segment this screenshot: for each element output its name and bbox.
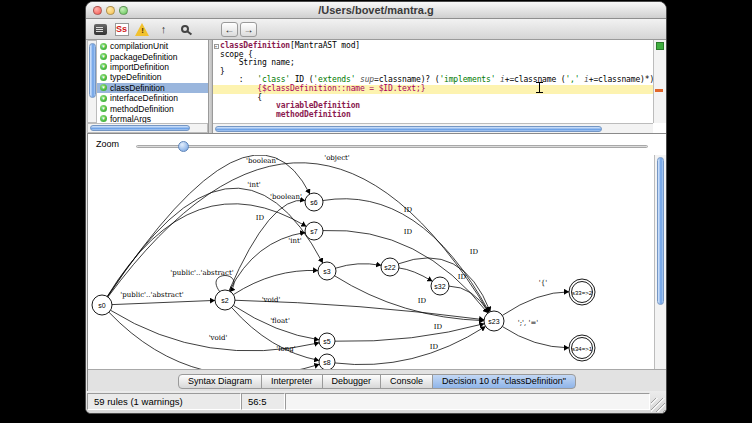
edge-label: 'public'..'abstract': [170, 269, 233, 277]
diagram-state-s0[interactable]: s0: [92, 295, 112, 315]
export-button[interactable]: ↑: [155, 21, 172, 38]
rule-name: formalArgs: [110, 114, 151, 123]
dfa-diagram[interactable]: 'public'..'abstract''public'..'abstract'…: [90, 155, 654, 369]
zoom-button[interactable]: [119, 6, 128, 15]
syntax-coloring-button[interactable]: Ss: [113, 21, 130, 38]
code-area[interactable]: +classDefinition[MantraAST mod]scope { S…: [213, 40, 653, 123]
code-line[interactable]: + {$classDefinition::name = $ID.text;}: [213, 85, 653, 94]
diagram-edge: [229, 200, 305, 291]
tab-debugger[interactable]: Debugger: [322, 374, 382, 389]
scrollbar-thumb[interactable]: [90, 125, 190, 131]
editor-scrollbar-horizontal[interactable]: [213, 123, 653, 133]
status-scrollbar-track[interactable]: [285, 393, 650, 410]
warnings-button[interactable]: !: [134, 21, 151, 38]
code-line[interactable]: String name;: [220, 59, 653, 68]
rules-count: 59 rules (1 warnings): [87, 393, 241, 410]
scrollbar-thumb[interactable]: [215, 126, 602, 132]
diagram-state-s34[interactable]: s34=>1: [569, 335, 595, 361]
editor-scrollbar-vertical[interactable]: [653, 40, 666, 123]
sidebar-item-typeDefinition[interactable]: typeDefinition: [97, 72, 208, 82]
diagram-state-s5[interactable]: s5: [319, 333, 335, 349]
syntax-ss-icon: Ss: [115, 23, 129, 36]
state-label: s5: [323, 338, 331, 345]
nav-buttons: ← →: [221, 22, 257, 37]
code-line[interactable]: +classDefinition[MantraAST mod]: [220, 42, 653, 51]
zoom-slider-thumb[interactable]: [178, 141, 189, 152]
diagram-edge: [323, 199, 489, 312]
find-button[interactable]: [176, 21, 193, 38]
edge-label: ID: [404, 206, 413, 214]
rules-scrollbar-vertical[interactable]: [87, 40, 97, 123]
diagram-edge: [216, 276, 234, 293]
sidebar-item-formalArgs[interactable]: formalArgs: [97, 114, 208, 123]
warning-icon: !: [135, 23, 150, 36]
state-label: s6: [310, 199, 318, 206]
diagram-state-s32[interactable]: s32: [431, 277, 449, 295]
mouse-cursor-ibeam: [536, 82, 543, 93]
back-button[interactable]: ←: [221, 22, 238, 37]
decision-panel: Zoom 'public'..'abstract''public'..'abst…: [87, 133, 667, 393]
diagram-state-s33[interactable]: s33=>2: [569, 279, 595, 305]
rule-icon: [100, 84, 107, 91]
state-label: s32: [434, 283, 445, 290]
scrollbar-thumb[interactable]: [657, 157, 664, 305]
diagram-state-s22[interactable]: s22: [381, 258, 399, 276]
diagram-edge: [449, 286, 489, 312]
diagram-state-s23[interactable]: s23: [484, 311, 504, 331]
rule-name: classDefinition: [110, 83, 165, 93]
close-button[interactable]: [93, 6, 102, 15]
diagram-edge: [399, 268, 432, 281]
rules-scrollbar-horizontal[interactable]: [87, 123, 208, 133]
tab-decision-10-of-classdefinition[interactable]: Decision 10 of "classDefinition": [432, 374, 576, 389]
forward-button[interactable]: →: [240, 22, 257, 37]
diagram-edge: [107, 204, 306, 297]
antlrworks-window: /Users/bovet/mantra.g Ss ! ↑ ← →: [85, 1, 667, 414]
grammar-editor[interactable]: +classDefinition[MantraAST mod]scope { S…: [213, 40, 666, 133]
diagram-state-s7[interactable]: s7: [305, 222, 323, 240]
scrollbar-thumb[interactable]: [89, 43, 96, 98]
rules-tree: compilationUnitpackageDefinitionimportDe…: [97, 40, 208, 123]
sidebar-item-methodDefinition[interactable]: methodDefinition: [97, 103, 208, 113]
tab-console[interactable]: Console: [380, 374, 433, 389]
diagram-state-s3[interactable]: s3: [318, 262, 336, 280]
edge-label: ID: [434, 323, 443, 331]
tab-syntax-diagram[interactable]: Syntax Diagram: [178, 374, 262, 389]
diagram-state-s2[interactable]: s2: [215, 290, 235, 310]
edge-label: ID: [458, 273, 467, 281]
rule-name: compilationUnit: [110, 41, 168, 51]
edge-label: '{': [539, 279, 547, 287]
edge-label: 'int': [247, 181, 260, 189]
diagram-edge: [323, 230, 488, 313]
code-line[interactable]: methodDefinition: [220, 111, 653, 120]
sidebar-item-packageDefinition[interactable]: packageDefinition: [97, 51, 208, 61]
state-label: s7: [310, 228, 318, 235]
sidebar-item-classDefinition[interactable]: classDefinition: [97, 83, 208, 93]
tab-interpreter[interactable]: Interpreter: [261, 374, 323, 389]
rule-name: methodDefinition: [110, 104, 174, 114]
sidebar-item-importDefinition[interactable]: importDefinition: [97, 62, 208, 72]
state-label: s34=>1: [572, 346, 593, 352]
state-label: s33=>2: [572, 290, 593, 296]
rule-icon: [100, 53, 107, 60]
main-split: compilationUnitpackageDefinitionimportDe…: [86, 40, 666, 133]
toolbar: Ss ! ↑ ← →: [86, 19, 666, 40]
edge-label: 'int': [288, 237, 301, 245]
diagram-edge: [335, 324, 484, 342]
state-label: s0: [98, 302, 106, 309]
diagram-state-s6[interactable]: s6: [305, 193, 323, 211]
console-button[interactable]: [92, 21, 109, 38]
diagram-scrollbar-vertical[interactable]: [654, 155, 666, 369]
sidebar-item-interfaceDefinition[interactable]: interfaceDefinition: [97, 93, 208, 103]
sidebar-item-compilationUnit[interactable]: compilationUnit: [97, 41, 208, 51]
diagram-edge: [502, 327, 569, 348]
grammar-ok-indicator: [656, 42, 664, 50]
resize-grip[interactable]: [651, 398, 665, 412]
state-label: s8: [323, 359, 331, 366]
zoom-slider[interactable]: [136, 145, 648, 148]
minimize-button[interactable]: [106, 6, 115, 15]
fold-marker-icon[interactable]: +: [214, 44, 219, 49]
warning-marker-icon: [655, 89, 663, 92]
edge-label: ID: [404, 228, 413, 236]
diagram-state-s8[interactable]: s8: [319, 354, 335, 369]
window-titlebar[interactable]: /Users/bovet/mantra.g: [86, 2, 666, 19]
